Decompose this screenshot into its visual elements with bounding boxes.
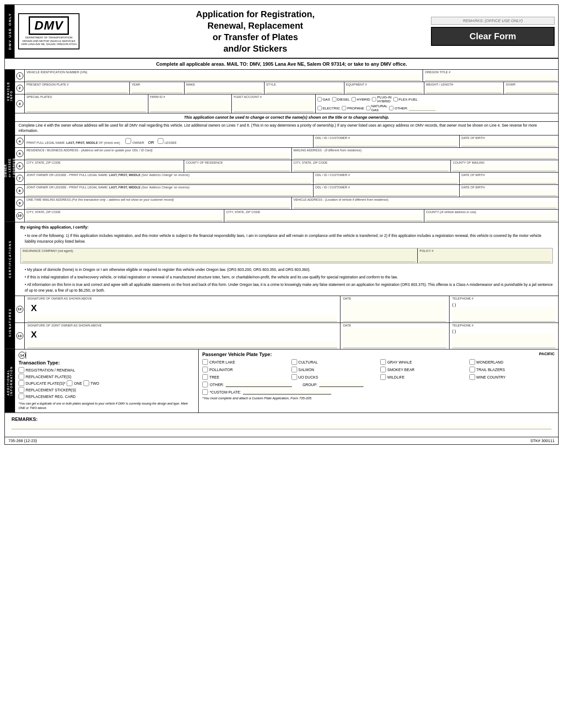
replacement-sticker-checkbox[interactable] (19, 387, 24, 393)
odl-8-input[interactable] (315, 189, 457, 196)
sig-13-input[interactable] (27, 342, 337, 348)
mailing-addr-input[interactable] (294, 152, 557, 159)
odl-8-cell: ODL / ID / CUSTOMER # (314, 185, 460, 197)
style-input[interactable] (266, 86, 342, 93)
gvwr-input[interactable] (506, 86, 556, 93)
weight-input[interactable] (426, 86, 502, 93)
plugin-hybrid-checkbox[interactable] (372, 97, 376, 101)
dmv-logo-text: DMV (29, 16, 69, 35)
page: DMV USE ONLY DMV DEPARTMENT OF TRANSPORT… (0, 4, 563, 728)
row-num-5: 5 (15, 148, 25, 160)
sig-12-input[interactable] (27, 315, 337, 322)
dob-input-4[interactable] (461, 140, 556, 146)
owner-content: This application cannot be used to chang… (15, 113, 558, 222)
custom-plate-input[interactable] (243, 390, 331, 394)
gas-checkbox[interactable] (317, 97, 322, 101)
sig-x-12: X (27, 301, 337, 315)
duplicate-two-checkbox[interactable] (83, 380, 89, 386)
odl-input-4[interactable] (315, 140, 457, 146)
vehicle-sidebar: VEHICLEINFO (5, 70, 15, 113)
fuel-diesel: DIESEL (332, 97, 350, 101)
city-res-cell: CITY, STATE, ZIP CODE (25, 160, 184, 172)
owner-checkbox[interactable] (125, 138, 131, 144)
row-num-3: 3 (15, 94, 25, 113)
clear-form-button[interactable]: Clear Form (431, 27, 555, 46)
county-mail-input[interactable] (453, 165, 556, 171)
lessee-checkbox[interactable] (158, 138, 163, 144)
joint-owner-8-cell: JOINT OWNER OR LESSEE - PRINT FULL LEGAL… (25, 185, 314, 197)
duplicate-one-checkbox[interactable] (67, 380, 72, 386)
date-12-input[interactable] (343, 301, 446, 322)
phone-12-input[interactable] (452, 307, 555, 322)
row-num-14: 14 (19, 352, 26, 359)
flex-checkbox[interactable] (393, 97, 398, 101)
farm-id-input[interactable] (150, 99, 230, 112)
city-10-input[interactable] (26, 214, 222, 221)
oregon-title-input[interactable] (425, 74, 556, 81)
odl-7-cell: ODL / ID / CUSTOMER # (314, 173, 460, 184)
make-input[interactable] (186, 86, 262, 93)
special-plates-input[interactable] (26, 99, 146, 112)
date-13-input[interactable] (343, 327, 446, 348)
odl-7-input[interactable] (315, 177, 457, 184)
other-plate-input[interactable] (226, 382, 292, 387)
electric-checkbox[interactable] (317, 106, 322, 110)
phone-13-input[interactable] (452, 334, 555, 348)
diesel-checkbox[interactable] (332, 97, 336, 101)
city-res-input[interactable] (26, 165, 182, 171)
other-fuel-checkbox[interactable] (389, 106, 393, 110)
wine-country-checkbox[interactable] (469, 374, 475, 380)
city-10b-input[interactable] (226, 214, 422, 221)
dob-7-input[interactable] (461, 177, 556, 184)
insurance-input[interactable] (23, 253, 416, 263)
year-input[interactable] (132, 86, 182, 93)
trail-blazers-checkbox[interactable] (469, 367, 475, 372)
trans-footnote: *You can get a duplicate of one or both … (19, 402, 195, 410)
hybrid-checkbox[interactable] (351, 97, 356, 101)
uo-ducks-checkbox[interactable] (291, 374, 297, 380)
group-plate-input[interactable] (319, 382, 363, 387)
tree-checkbox[interactable] (202, 374, 208, 380)
mail-to-section: Complete all applicable areas. MAIL TO: … (5, 59, 558, 70)
county-res-input[interactable] (186, 165, 290, 171)
gray-whale-checkbox[interactable] (380, 359, 386, 365)
row-num-9: 9 (15, 197, 25, 209)
city-mail-input[interactable] (294, 165, 449, 171)
county-res-cell: COUNTY OF RESIDENCE (184, 160, 292, 172)
plate-cultural: CULTURAL (291, 359, 377, 365)
pollinator-checkbox[interactable] (202, 367, 208, 372)
signatures-section: SIGNATURES 12 SIGNATURE OF OWNER AS SHOW… (5, 296, 558, 349)
replacement-reg-card-checkbox[interactable] (19, 394, 24, 399)
replacement-plates-checkbox[interactable] (19, 374, 24, 379)
wildlife-checkbox[interactable] (380, 374, 386, 380)
vehicle-addr-input[interactable] (294, 202, 557, 208)
remarks-input[interactable] (11, 424, 552, 429)
propane-checkbox[interactable] (342, 106, 346, 110)
cultural-checkbox[interactable] (291, 359, 297, 365)
plate-wildlife: WILDLIFE (380, 374, 466, 380)
present-plate-input[interactable] (26, 86, 128, 93)
fleet-input[interactable] (234, 99, 313, 112)
policy-input[interactable] (419, 253, 551, 263)
custom-plate-checkbox[interactable] (202, 389, 208, 395)
joint-owner-8-input[interactable] (26, 189, 311, 196)
natural-gas-checkbox[interactable] (366, 106, 370, 110)
vin-input[interactable] (26, 74, 421, 81)
other-plate-checkbox[interactable] (202, 382, 208, 387)
equipment-input[interactable] (346, 86, 422, 93)
county-10-input[interactable] (426, 214, 557, 221)
date-13-cell: DATE (340, 323, 450, 349)
residence-addr-input[interactable] (26, 152, 290, 159)
other-fuel-input[interactable] (409, 106, 435, 111)
smokey-bear-checkbox[interactable] (380, 367, 386, 372)
duplicate-plates-checkbox[interactable] (19, 380, 24, 386)
salmon-checkbox[interactable] (291, 367, 297, 372)
joint-owner-7-cell: JOINT OWNER OR LESSEE - PRINT FULL LEGAL… (25, 173, 314, 184)
one-time-mail-input[interactable] (26, 202, 290, 208)
dob-8-input[interactable] (461, 189, 556, 196)
wonderland-checkbox[interactable] (469, 359, 475, 365)
year-cell: YEAR (130, 82, 185, 94)
joint-owner-7-input[interactable] (26, 177, 311, 184)
reg-renewal-checkbox[interactable] (19, 367, 24, 373)
crater-lake-checkbox[interactable] (202, 359, 208, 365)
